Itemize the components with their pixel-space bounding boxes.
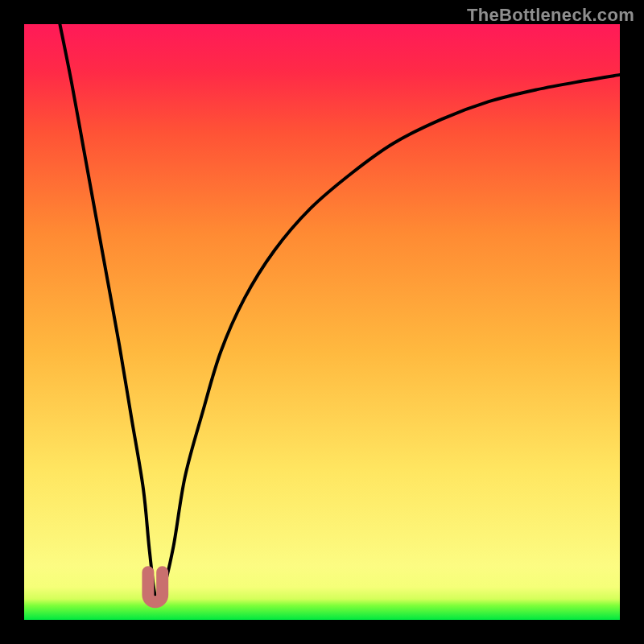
chart-background: [24, 24, 620, 620]
chart-frame: TheBottleneck.com: [0, 0, 644, 644]
watermark-text: TheBottleneck.com: [467, 5, 634, 26]
chart-plot: [24, 24, 620, 620]
